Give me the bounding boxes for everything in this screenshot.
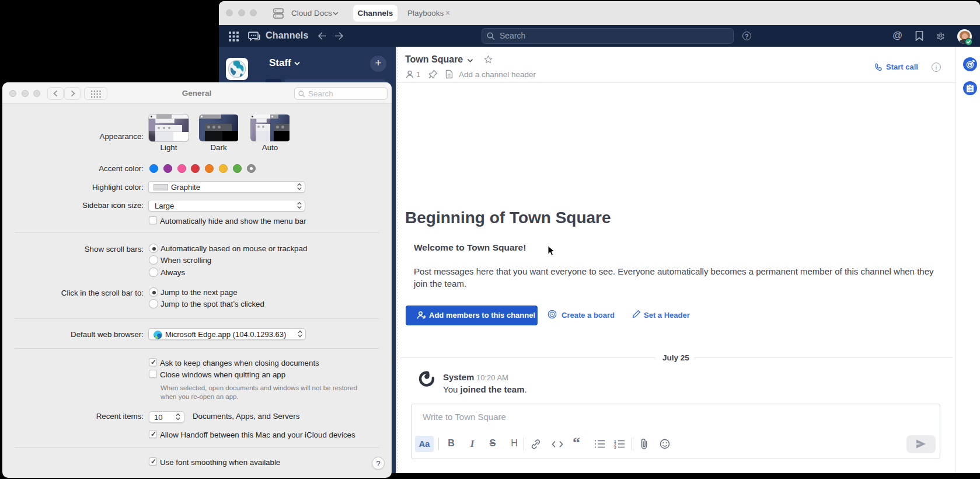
svg-text:3: 3 [614,445,616,449]
